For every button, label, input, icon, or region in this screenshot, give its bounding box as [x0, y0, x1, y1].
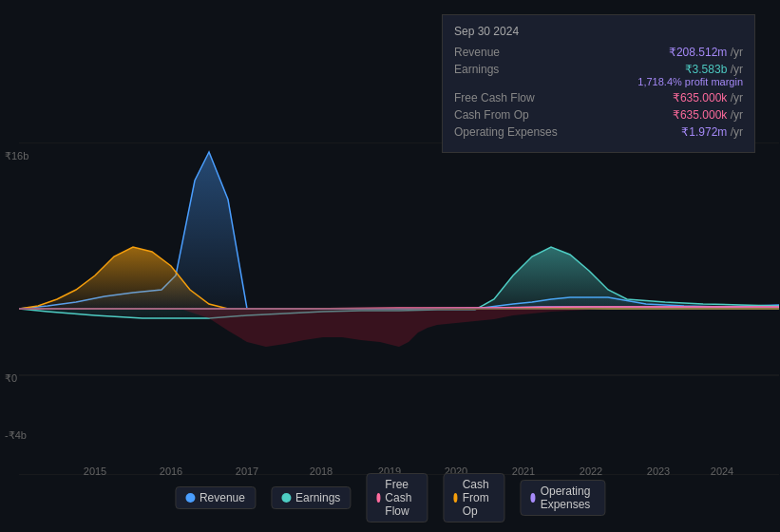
- legend-earnings[interactable]: Earnings: [271, 486, 351, 509]
- y-label-zero: ₹0: [5, 372, 17, 385]
- legend-cashfromop[interactable]: Cash From Op: [443, 473, 504, 522]
- tooltip-row-fcf: Free Cash Flow ₹635.000k /yr: [454, 91, 743, 104]
- tooltip-label-revenue: Revenue: [454, 46, 559, 59]
- tooltip-margin: 1,718.4% profit margin: [637, 76, 743, 87]
- legend-label-opex: Operating Expenses: [541, 484, 595, 511]
- tooltip-title: Sep 30 2024: [454, 25, 743, 38]
- legend-dot-cashfromop: [453, 493, 457, 503]
- tooltip-row-opex: Operating Expenses ₹1.972m /yr: [454, 125, 743, 139]
- tooltip-value-revenue: ₹208.512m /yr: [669, 46, 743, 59]
- tooltip-value-fcf: ₹635.000k /yr: [673, 91, 743, 104]
- legend-label-revenue: Revenue: [200, 491, 245, 504]
- tooltip-label-opex: Operating Expenses: [454, 125, 559, 139]
- x-label-2023: 2023: [647, 466, 670, 477]
- tooltip-label-earnings: Earnings: [454, 63, 559, 76]
- tooltip-value-opex: ₹1.972m /yr: [681, 125, 743, 139]
- legend-label-earnings: Earnings: [295, 491, 340, 504]
- legend-dot-revenue: [185, 493, 195, 503]
- legend-dot-fcf: [376, 493, 380, 503]
- tooltip-label-fcf: Free Cash Flow: [454, 91, 559, 104]
- tooltip-value-cashfromop: ₹635.000k /yr: [673, 108, 743, 122]
- legend-fcf[interactable]: Free Cash Flow: [366, 473, 428, 522]
- tooltip-panel: Sep 30 2024 Revenue ₹208.512m /yr Earnin…: [442, 14, 755, 153]
- x-label-2015: 2015: [84, 466, 106, 477]
- tooltip-value-earnings: ₹3.583b /yr: [637, 63, 743, 76]
- chart-legend: Revenue Earnings Free Cash Flow Cash Fro…: [175, 473, 605, 522]
- legend-label-cashfromop: Cash From Op: [463, 478, 495, 518]
- legend-dot-earnings: [281, 493, 291, 503]
- x-label-2024: 2024: [711, 466, 733, 477]
- chart-container: ₹16b ₹0 -₹4b: [0, 0, 780, 532]
- tooltip-label-cashfromop: Cash From Op: [454, 108, 559, 122]
- tooltip-row-cashfromop: Cash From Op ₹635.000k /yr: [454, 108, 743, 122]
- legend-opex[interactable]: Operating Expenses: [520, 480, 605, 516]
- legend-label-fcf: Free Cash Flow: [385, 478, 417, 518]
- tooltip-row-revenue: Revenue ₹208.512m /yr: [454, 46, 743, 59]
- legend-revenue[interactable]: Revenue: [175, 486, 256, 509]
- main-chart: [19, 142, 779, 475]
- legend-dot-opex: [530, 493, 535, 503]
- tooltip-row-earnings: Earnings ₹3.583b /yr 1,718.4% profit mar…: [454, 63, 743, 87]
